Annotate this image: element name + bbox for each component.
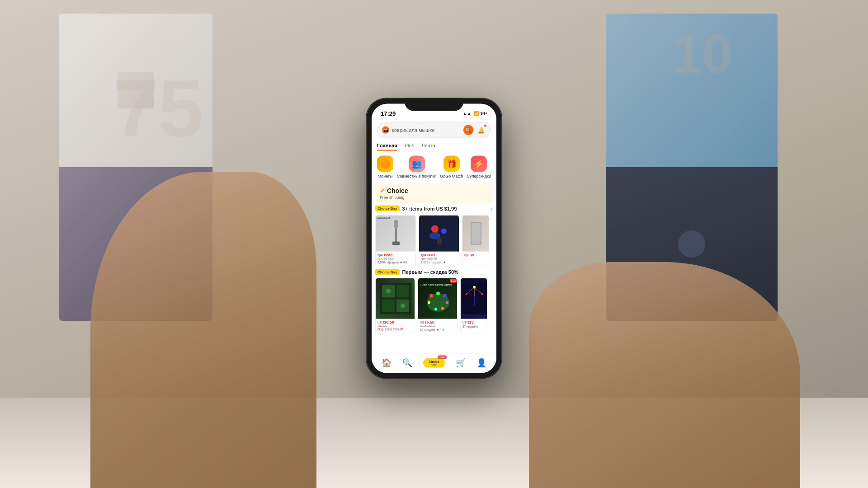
choice-title: ✓ Choice xyxy=(380,187,488,194)
product-price-3: грн.35. xyxy=(462,251,489,257)
product-img-5: TUYA Fairy String Lights tuya xyxy=(418,278,458,319)
svg-rect-6 xyxy=(437,238,442,244)
svg-point-18 xyxy=(436,291,440,295)
svg-point-15 xyxy=(401,303,405,308)
scroll-content[interactable]: 🟠 Монеты 👥 Совместные покупки 🎁 GoGo Mat… xyxy=(372,151,496,354)
product-price-old-2: грн. 398,78 xyxy=(419,257,459,260)
choice-day-text-2: Первым — скидка 50% xyxy=(402,269,493,275)
svg-rect-12 xyxy=(382,299,395,312)
tab-home[interactable]: Главная xyxy=(377,141,397,151)
choice-day-text-1: 3+ items from US $1.99 xyxy=(402,206,488,211)
camera-search-icon[interactable]: 📷 xyxy=(382,127,389,134)
phone-wrapper: 17:29 ▲▲ 📶 94+ 📷 коврик для мышки 🔍 🔔 xyxy=(366,99,502,379)
svg-rect-2 xyxy=(394,221,398,227)
svg-point-30 xyxy=(466,293,467,295)
choice-day-header-1: Choice Day 3+ items from US $1.99 › xyxy=(375,205,493,212)
selfie-stick-svg xyxy=(387,220,405,247)
svg-point-21 xyxy=(446,301,448,304)
category-group-buy[interactable]: 👥 Совместные покупки xyxy=(397,156,436,179)
product-card-1[interactable]: ESSAGER грн.18563 грн. 537,00 xyxy=(375,215,416,266)
nav-choice-day-sub: Day xyxy=(431,363,436,366)
choice-day-section-2: Choice Day Первым — скидка 50% xyxy=(372,269,496,333)
nav-search[interactable]: 🔍 xyxy=(402,358,412,368)
product-meta-2: 1,000+ продано ★ xyxy=(419,260,459,266)
search-button[interactable]: 🔍 xyxy=(463,125,473,135)
phone-device: 17:29 ▲▲ 📶 94+ 📷 коврик для мышки 🔍 🔔 xyxy=(366,99,502,379)
game-svg xyxy=(380,282,411,314)
product-price-1: грн.18563 xyxy=(376,251,415,257)
fairy-title: TUYA Fairy String Lights xyxy=(420,283,452,286)
categories-row: 🟠 Монеты 👥 Совместные покупки 🎁 GoGo Mat… xyxy=(372,151,496,182)
bottom-nav: 🏠 🔍 -50% Choice Day 🛒 👤 xyxy=(372,354,496,373)
tab-plus[interactable]: Plus xyxy=(405,141,414,151)
category-super-deals[interactable]: ⚡ Суперскидки xyxy=(467,156,491,179)
product-price-old-5: US $16.91 xyxy=(418,324,457,327)
status-icons: ▲▲ 📶 94+ xyxy=(462,111,487,116)
product-meta-6: 27 продано xyxy=(461,324,487,329)
nav-profile[interactable]: 👤 xyxy=(476,358,486,368)
product-price-4: US $16.58 xyxy=(376,319,415,324)
light-svg xyxy=(426,220,453,247)
gogo-match-label: GoGo Match xyxy=(440,174,463,179)
search-bar[interactable]: 📷 коврик для мышки 🔍 🔔 xyxy=(377,122,491,138)
choice-subtitle: Free shipping xyxy=(380,195,488,199)
coins-label: Монеты xyxy=(378,174,393,179)
nav-discount-badge: -50% xyxy=(438,355,447,359)
product-img-2 xyxy=(419,215,459,251)
search-input[interactable]: коврик для мышки xyxy=(392,127,461,133)
product-price-prefix-1: грн.185 xyxy=(377,253,389,256)
hand-right xyxy=(529,262,800,488)
choice-banner[interactable]: ✓ Choice Free shipping xyxy=(375,183,493,203)
nav-choice-day[interactable]: -50% Choice Day xyxy=(423,358,444,367)
product-card-4[interactable]: US $16.58 US $5- Only 1 with 69% off xyxy=(375,277,415,333)
choice-name: Choice xyxy=(387,187,408,194)
nav-cart[interactable]: 🛒 xyxy=(456,358,466,368)
choice-day-badge-2: Choice Day xyxy=(375,269,400,275)
coins-icon: 🟠 xyxy=(377,156,393,172)
case-svg xyxy=(467,220,485,247)
svg-point-14 xyxy=(386,289,391,293)
category-coins[interactable]: 🟠 Монеты xyxy=(377,156,393,179)
choice-day-arrow-1[interactable]: › xyxy=(491,205,493,212)
product-brand-1: ESSAGER xyxy=(377,216,390,219)
svg-rect-1 xyxy=(392,241,400,245)
product-img-3 xyxy=(462,215,489,251)
product-price-6: US $13. xyxy=(461,319,487,324)
product-img-6 xyxy=(461,278,487,319)
super-deals-label: Суперскидки xyxy=(467,174,491,179)
svg-point-31 xyxy=(481,293,483,295)
products-row-2: US $16.58 US $5- Only 1 with 69% off TUY… xyxy=(375,277,493,333)
battery-indicator: 94+ xyxy=(481,111,487,116)
product-img-1: ESSAGER xyxy=(376,215,416,251)
svg-point-23 xyxy=(441,307,444,310)
nav-home[interactable]: 🏠 xyxy=(382,358,392,368)
phone-screen: 17:29 ▲▲ 📶 94+ 📷 коврик для мышки 🔍 🔔 xyxy=(372,104,496,373)
product-card-2[interactable]: грн.74.03 грн. 398,78 1,000+ продано ★ xyxy=(419,215,459,266)
product-price-old-1: грн. 537,00 xyxy=(376,257,415,260)
category-gogo-match[interactable]: 🎁 GoGo Match xyxy=(440,156,463,179)
gogo-match-icon: 🎁 xyxy=(443,156,460,172)
super-deals-icon: ⚡ xyxy=(471,156,487,172)
product-meta-1: 5,000+ продано ★ 4.8 xyxy=(376,260,415,266)
choice-checkmark: ✓ xyxy=(380,187,385,194)
group-buy-label: Совместные покупки xyxy=(397,174,436,179)
product-discount-4: Only 1 with 69% off xyxy=(376,327,415,332)
tab-feed[interactable]: Лента xyxy=(421,141,435,151)
svg-rect-11 xyxy=(396,285,409,297)
bg-number-left: 75 xyxy=(113,68,203,149)
product-card-5[interactable]: TUYA Fairy String Lights tuya xyxy=(418,277,458,333)
choice-day-header-2: Choice Day Первым — скидка 50% xyxy=(375,269,493,275)
choice-day-badge-1: Choice Day xyxy=(375,206,400,211)
product-card-3[interactable]: грн.35. xyxy=(462,215,489,266)
notification-bell[interactable]: 🔔 xyxy=(476,125,486,135)
product-tag-5: tuya xyxy=(450,279,457,282)
fairy-svg xyxy=(420,286,456,314)
product-img-4 xyxy=(376,278,415,319)
signal-icon: 📶 xyxy=(473,111,479,116)
svg-point-20 xyxy=(428,301,430,304)
product-card-6[interactable]: US $13. 27 продано xyxy=(460,277,487,333)
wifi-icon: ▲▲ xyxy=(462,111,472,116)
svg-point-19 xyxy=(443,294,447,297)
svg-point-5 xyxy=(441,228,447,234)
nav-choice-day-label: Choice xyxy=(429,360,439,363)
